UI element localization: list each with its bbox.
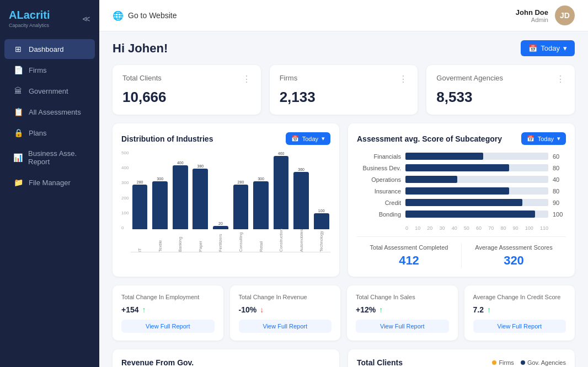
bar bbox=[152, 181, 168, 229]
bar-group: 20Fertilizers bbox=[212, 150, 230, 252]
page-title: Hi Johen! bbox=[113, 41, 168, 56]
distribution-today-button[interactable]: 📅 Today ▾ bbox=[286, 132, 330, 145]
hbar-x-label: 80 bbox=[500, 225, 506, 231]
assess-avg-label: Average Assessment Scores bbox=[462, 244, 566, 251]
assess-total: Total Assessment Completed 412 bbox=[357, 244, 461, 268]
hbar-track bbox=[405, 164, 548, 171]
hbar-label: Bonding bbox=[357, 211, 401, 218]
revenue-card-header: Revenue From Gov. bbox=[121, 358, 330, 367]
bar bbox=[253, 181, 269, 229]
collapse-button[interactable]: ≪ bbox=[82, 14, 90, 23]
view-report-employment[interactable]: View Full Report bbox=[121, 320, 215, 333]
assess-total-label: Total Assessment Completed bbox=[357, 244, 461, 251]
sidebar-item-file-manager[interactable]: 📁 File Manager bbox=[4, 172, 95, 192]
view-report-sales[interactable]: View Full Report bbox=[356, 320, 449, 333]
hbar-x-axis: 0102030405060708090100110 bbox=[357, 225, 566, 231]
stat-menu-firms[interactable]: ⋮ bbox=[399, 74, 408, 84]
stat-value-total-clients: 10,666 bbox=[122, 89, 251, 106]
sidebar-item-business-report[interactable]: 📊 Business Asse. Report bbox=[4, 144, 95, 171]
logo-text: ALacriti bbox=[9, 9, 50, 21]
stat-menu-gov-agencies[interactable]: ⋮ bbox=[556, 74, 565, 84]
sidebar-item-label: Plans bbox=[29, 129, 47, 137]
assessment-today-button[interactable]: 📅 Today ▾ bbox=[521, 132, 566, 145]
bottom-row: Revenue From Gov. $1,297k Total Clients bbox=[113, 349, 575, 367]
bar-group: 460Construction bbox=[272, 150, 290, 252]
metric-employment-change: +154 bbox=[121, 305, 139, 314]
globe-icon: 🌐 bbox=[113, 10, 124, 21]
metric-revenue-label: Total Change In Revenue bbox=[239, 293, 332, 301]
metric-employment-label: Total Change In Employment bbox=[121, 293, 215, 301]
metric-credit-value-row: 7.2 ↑ bbox=[473, 305, 566, 314]
bar bbox=[314, 213, 329, 229]
sidebar-item-label: File Manager bbox=[29, 179, 71, 187]
metric-employment-value-row: +154 ↑ bbox=[121, 305, 215, 314]
today-button[interactable]: 📅 Today ▾ bbox=[521, 40, 575, 56]
hbar-x-label: 100 bbox=[525, 225, 533, 231]
stat-card-firms: Firms ⋮ 2,133 bbox=[270, 65, 418, 115]
hbar-track bbox=[405, 187, 548, 195]
view-report-revenue[interactable]: View Full Report bbox=[239, 320, 332, 333]
bar-label: Paper bbox=[198, 231, 203, 252]
bar-label: Fertilizers bbox=[218, 231, 223, 252]
bar-label: Retail bbox=[259, 231, 264, 252]
topbar: 🌐 Go to Website John Doe Admin JD bbox=[99, 0, 588, 31]
today-label: Today bbox=[541, 44, 560, 52]
sidebar-item-firms[interactable]: 📄 Firms bbox=[4, 60, 95, 80]
calendar-icon-dist: 📅 bbox=[291, 135, 299, 142]
bar-value-label: 380 bbox=[197, 164, 204, 168]
calendar-icon-assess: 📅 bbox=[527, 135, 534, 142]
metrics-row: Total Change In Employment +154 ↑ View F… bbox=[113, 285, 575, 340]
sidebar-item-all-assessments[interactable]: 📋 All Assessments bbox=[4, 102, 95, 122]
bar-label: Automobiles bbox=[299, 231, 304, 252]
bar-value-label: 400 bbox=[177, 161, 184, 165]
assess-avg-value: 320 bbox=[462, 253, 566, 268]
total-clients-card-header: Total Clients Firms Gov. Agencies bbox=[357, 358, 566, 367]
sidebar-item-dashboard[interactable]: ⊞ Dashboard bbox=[4, 39, 95, 59]
bar-label: Banking bbox=[178, 231, 183, 252]
stat-label-gov-agencies: Goverment Agencies bbox=[436, 74, 503, 82]
hbar-row: Financials60 bbox=[357, 153, 566, 160]
sidebar-item-plans[interactable]: 🔒 Plans bbox=[4, 123, 95, 143]
bar-group: 300Retail bbox=[252, 150, 270, 252]
goto-website-link[interactable]: 🌐 Go to Website bbox=[113, 10, 177, 21]
hbar-value: 90 bbox=[553, 199, 566, 206]
gov-agencies-dot bbox=[521, 360, 525, 365]
bar bbox=[293, 172, 309, 229]
bar-group: 280Consulting bbox=[232, 150, 250, 252]
stat-label-total-clients: Total Clients bbox=[122, 74, 162, 82]
bar-value-label: 20 bbox=[218, 222, 223, 225]
assess-total-value: 412 bbox=[357, 253, 461, 268]
metric-revenue-change: -10% bbox=[239, 305, 257, 314]
view-report-credit[interactable]: View Full Report bbox=[473, 320, 566, 333]
metric-credit: Average Change In Credit Score 7.2 ↑ Vie… bbox=[464, 285, 575, 340]
hbar-value: 100 bbox=[553, 211, 566, 218]
total-clients-card: Total Clients Firms Gov. Agencies 150 bbox=[348, 349, 575, 367]
bar bbox=[173, 165, 188, 229]
sidebar-item-label: Firms bbox=[29, 66, 47, 74]
stat-value-gov-agencies: 8,533 bbox=[436, 89, 565, 106]
sidebar-item-government[interactable]: 🏛 Government bbox=[4, 81, 95, 101]
hbar-label: Business Dev. bbox=[357, 165, 401, 171]
bar-group: 360Automobiles bbox=[292, 150, 311, 252]
assessment-hbar-chart: Financials60Business Dev.80Operations40I… bbox=[357, 150, 566, 224]
bar-group: 100Technology bbox=[312, 150, 330, 252]
firms-dot bbox=[492, 360, 496, 365]
main-content: 🌐 Go to Website John Doe Admin JD Hi Joh… bbox=[99, 0, 588, 367]
sidebar-item-label: Government bbox=[29, 87, 68, 95]
hbar-track bbox=[405, 176, 548, 183]
user-name: John Doe bbox=[516, 8, 548, 17]
metric-employment: Total Change In Employment +154 ↑ View F… bbox=[113, 285, 223, 340]
hbar-label: Insurance bbox=[357, 188, 401, 195]
bar bbox=[274, 156, 289, 229]
business-report-icon: 📊 bbox=[13, 153, 23, 162]
hbar-x-label: 60 bbox=[476, 225, 482, 231]
bar-group: 280IT bbox=[131, 150, 149, 252]
stat-menu-total-clients[interactable]: ⋮ bbox=[242, 74, 251, 84]
hbar-label: Financials bbox=[357, 153, 401, 160]
total-clients-card-title: Total Clients bbox=[357, 358, 403, 367]
bar-group: 400Banking bbox=[171, 150, 189, 252]
sidebar-item-label: Business Asse. Report bbox=[28, 149, 86, 166]
y-label-500: 500 bbox=[121, 150, 129, 155]
hbar-x-label: 40 bbox=[452, 225, 457, 231]
hbar-x-label: 70 bbox=[488, 225, 494, 231]
